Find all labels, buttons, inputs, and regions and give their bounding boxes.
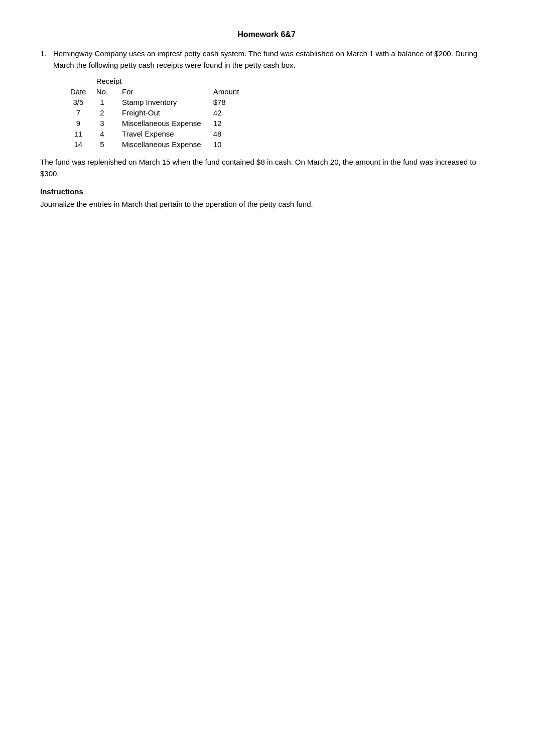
cell-for: Travel Expense	[122, 129, 213, 139]
cell-for: Freight-Out	[122, 107, 213, 118]
header-date-empty	[70, 76, 96, 86]
cell-for: Miscellaneous Expense	[122, 118, 213, 129]
table-row: 72Freight-Out42	[70, 107, 251, 118]
cell-date: 14	[70, 139, 96, 150]
cell-no: 3	[96, 118, 122, 129]
cell-no: 2	[96, 107, 122, 118]
cell-amount: 10	[213, 139, 251, 150]
table-header-row2: Date No. For Amount	[70, 86, 251, 97]
col-date-header: Date	[70, 86, 96, 97]
cell-no: 5	[96, 139, 122, 150]
instructions-section: Instructions Journalize the entries in M…	[40, 187, 493, 210]
cell-date: 7	[70, 107, 96, 118]
cell-date: 3/5	[70, 97, 96, 107]
problem-number: 1.	[40, 48, 50, 71]
col-no-header: No.	[96, 86, 122, 97]
table-row: 3/51Stamp Inventory$78	[70, 97, 251, 107]
cell-date: 9	[70, 118, 96, 129]
cell-no: 1	[96, 97, 122, 107]
col-amount-header: Amount	[213, 86, 251, 97]
receipts-table: Receipt Date No. For Amount 3/51Stamp In…	[70, 76, 251, 150]
table-row: 114Travel Expense48	[70, 129, 251, 139]
instructions-text: Journalize the entries in March that per…	[40, 199, 493, 210]
page-title: Homework 6&7	[40, 30, 493, 39]
col-for-header: For	[122, 86, 213, 97]
header-receipt: Receipt	[96, 76, 251, 86]
cell-amount: 48	[213, 129, 251, 139]
cell-date: 11	[70, 129, 96, 139]
table-header-row1: Receipt	[70, 76, 251, 86]
table-row: 93Miscellaneous Expense12	[70, 118, 251, 129]
fund-replenished-text: The fund was replenished on March 15 whe…	[40, 157, 493, 179]
cell-for: Miscellaneous Expense	[122, 139, 213, 150]
cell-amount: $78	[213, 97, 251, 107]
problem-1-block: 1. Hemingway Company uses an imprest pet…	[40, 48, 493, 210]
cell-for: Stamp Inventory	[122, 97, 213, 107]
instructions-heading: Instructions	[40, 187, 493, 196]
problem-intro-text: Hemingway Company uses an imprest petty …	[53, 48, 493, 71]
cell-no: 4	[96, 129, 122, 139]
cell-amount: 42	[213, 107, 251, 118]
table-row: 145Miscellaneous Expense10	[70, 139, 251, 150]
table-container: Receipt Date No. For Amount 3/51Stamp In…	[70, 76, 493, 150]
cell-amount: 12	[213, 118, 251, 129]
